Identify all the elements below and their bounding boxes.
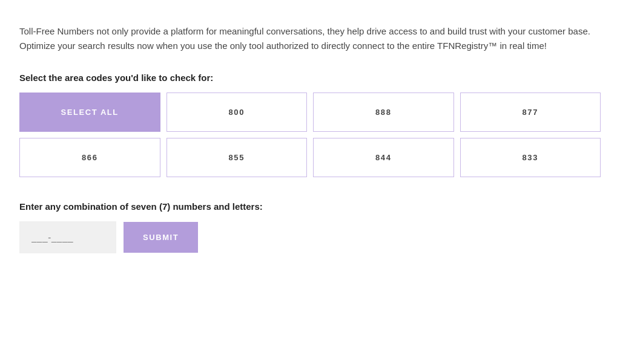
area-code-button-877[interactable]: 877 [460,93,601,132]
main-container: Toll-Free Numbers not only provide a pla… [19,24,601,253]
area-code-button-800[interactable]: 800 [167,93,308,132]
submit-button[interactable]: SUBMIT [124,222,198,253]
input-row: SUBMIT [19,221,601,253]
area-codes-grid: SELECT ALL 800888877866855844833 [19,93,601,177]
combination-section-label: Enter any combination of seven (7) numbe… [19,201,601,212]
area-code-button-844[interactable]: 844 [313,138,454,177]
area-codes-section-label: Select the area codes you'd like to chec… [19,73,601,83]
area-code-button-855[interactable]: 855 [167,138,308,177]
area-code-button-833[interactable]: 833 [460,138,601,177]
area-code-button-866[interactable]: 866 [19,138,160,177]
phone-input[interactable] [19,221,116,253]
area-code-button-888[interactable]: 888 [313,93,454,132]
select-all-button[interactable]: SELECT ALL [19,93,160,132]
description-text: Toll-Free Numbers not only provide a pla… [19,24,601,53]
